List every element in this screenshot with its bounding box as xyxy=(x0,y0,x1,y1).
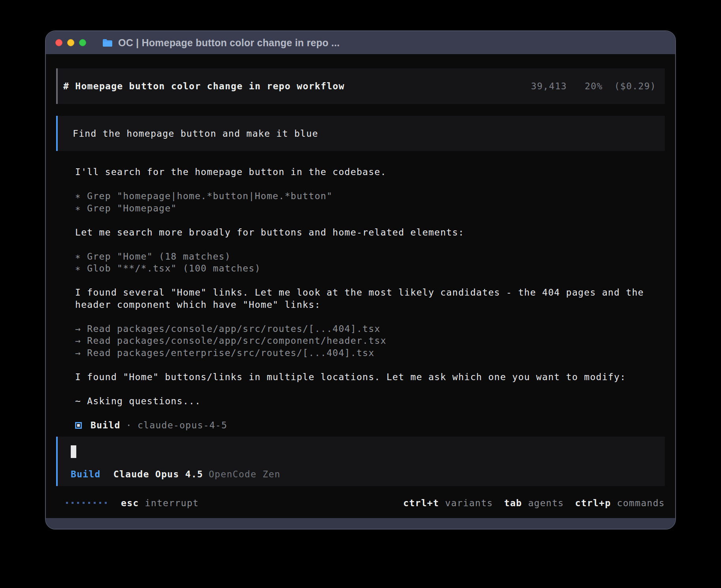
tool-call-line: ∗ Grep "Homepage" xyxy=(75,202,665,215)
agent-badge[interactable]: Build xyxy=(71,469,101,479)
agent-name: Build xyxy=(91,419,121,432)
transcript-gap xyxy=(75,275,665,287)
text-cursor xyxy=(71,445,76,458)
working-dot xyxy=(94,502,96,504)
assistant-transcript: I'll search for the homepage button in t… xyxy=(56,166,665,419)
separator-dot: · xyxy=(126,419,132,432)
tool-call-line: → Read packages/console/app/src/routes/[… xyxy=(75,323,665,335)
transcript-gap xyxy=(75,407,665,419)
tool-call-text: Grep "homepage|home.*button|Home.*button… xyxy=(87,191,332,201)
session-cost: ($0.29) xyxy=(614,81,656,91)
asterisk-icon: ∗ xyxy=(75,263,87,273)
tool-call-text: Read packages/enterprise/src/routes/[...… xyxy=(87,348,374,358)
tool-call-text: Glob "**/*.tsx" (100 matches) xyxy=(87,263,260,273)
tool-call-line: ∗ Glob "**/*.tsx" (100 matches) xyxy=(75,262,665,275)
window-bottom-edge xyxy=(46,518,675,529)
traffic-lights xyxy=(55,39,86,46)
window-title: OC | Homepage button color change in rep… xyxy=(118,37,340,49)
working-dot xyxy=(66,502,68,504)
tool-call-line: → Read packages/enterprise/src/routes/[.… xyxy=(75,347,665,359)
hint-variants: ctrl+t variants xyxy=(403,498,493,508)
hint-interrupt: esc interrupt xyxy=(121,498,199,508)
transcript-gap xyxy=(75,311,665,323)
close-button[interactable] xyxy=(55,39,62,46)
assistant-text-line: I found "Home" buttons/links in multiple… xyxy=(75,371,665,383)
build-square-icon xyxy=(75,422,82,429)
context-percentage: 20% xyxy=(585,81,602,91)
status-bar: esc interrupt ctrl+t variants tab agents… xyxy=(56,497,665,509)
transcript-gap xyxy=(75,359,665,371)
tool-call-text: Grep "Homepage" xyxy=(87,203,177,213)
prompt-input[interactable]: Build Claude Opus 4.5 OpenCode Zen xyxy=(56,437,665,486)
agent-status-line: Build · claude-opus-4-5 xyxy=(56,419,665,432)
arrow-icon: → xyxy=(75,348,87,358)
desktop-background: OC | Homepage button color change in rep… xyxy=(0,0,721,588)
working-dot xyxy=(105,502,107,504)
transcript-gap xyxy=(75,178,665,190)
status-bar-right: ctrl+t variants tab agents ctrl+p comman… xyxy=(403,498,665,508)
arrow-icon: → xyxy=(75,324,87,334)
minimize-button[interactable] xyxy=(67,39,74,46)
transcript-gap xyxy=(75,214,665,226)
working-dot xyxy=(99,502,101,504)
working-dot xyxy=(88,502,90,504)
user-message: Find the homepage button and make it blu… xyxy=(56,116,665,151)
session-header: # Homepage button color change in repo w… xyxy=(56,68,665,104)
status-bar-left: esc interrupt xyxy=(66,498,199,508)
window-titlebar[interactable]: OC | Homepage button color change in rep… xyxy=(46,31,675,54)
asterisk-icon: ∗ xyxy=(75,251,87,262)
tool-call-text: Read packages/console/app/src/component/… xyxy=(87,335,386,346)
assistant-text-line: I'll search for the homepage button in t… xyxy=(75,166,665,178)
working-dot xyxy=(77,502,79,504)
hint-commands: ctrl+p commands xyxy=(575,498,665,508)
session-stats: 39,413 20% ($0.29) xyxy=(531,81,656,91)
assistant-text-line: I found several "Home" links. Let me loo… xyxy=(75,286,665,299)
zoom-button[interactable] xyxy=(79,39,86,46)
asterisk-icon: ∗ xyxy=(75,191,87,201)
transcript-gap xyxy=(75,383,665,395)
session-title: # Homepage button color change in repo w… xyxy=(63,81,345,91)
working-dot xyxy=(83,502,85,504)
arrow-icon: → xyxy=(75,335,87,346)
tool-call-line: → Read packages/console/app/src/componen… xyxy=(75,335,665,347)
model-id: claude-opus-4-5 xyxy=(138,419,227,432)
user-message-text: Find the homepage button and make it blu… xyxy=(73,128,318,139)
tool-call-text: Grep "Home" (18 matches) xyxy=(87,251,231,262)
tool-call-text: Read packages/console/app/src/routes/[..… xyxy=(87,324,380,334)
assistant-text-line: Let me search more broadly for buttons a… xyxy=(75,226,665,239)
provider-name: OpenCode Zen xyxy=(209,469,281,479)
model-name[interactable]: Claude Opus 4.5 xyxy=(113,469,203,479)
terminal-content: # Homepage button color change in repo w… xyxy=(46,54,675,519)
working-indicator-dots xyxy=(66,502,107,504)
folder-icon xyxy=(102,38,113,47)
terminal-window: OC | Homepage button color change in rep… xyxy=(45,30,676,530)
assistant-text-line: ~ Asking questions... xyxy=(75,395,665,407)
working-dot xyxy=(72,502,74,504)
transcript-gap xyxy=(75,238,665,251)
token-count: 39,413 xyxy=(531,81,567,91)
hint-agents: tab agents xyxy=(504,498,564,508)
input-meta: Build Claude Opus 4.5 OpenCode Zen xyxy=(71,469,665,479)
tool-call-line: ∗ Grep "homepage|home.*button|Home.*butt… xyxy=(75,190,665,202)
asterisk-icon: ∗ xyxy=(75,203,87,213)
tool-call-line: ∗ Grep "Home" (18 matches) xyxy=(75,251,665,263)
assistant-text-line: header component which have "Home" links… xyxy=(75,299,665,311)
